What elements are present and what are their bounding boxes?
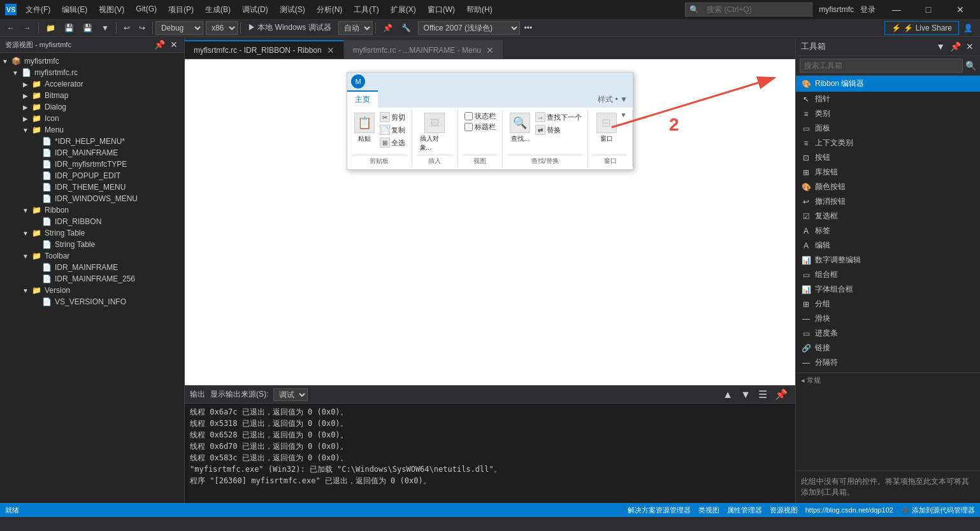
- output-down-btn[interactable]: ▼: [738, 388, 753, 400]
- ribbon-btn-find[interactable]: 🔍 查找...: [507, 111, 533, 145]
- status-solution-explorer[interactable]: 解决方案资源管理器: [628, 506, 691, 515]
- run-btn[interactable]: ▶ 本地 Windows 调试器: [243, 21, 336, 35]
- status-blog-link[interactable]: https://blog.csdn.net/dqp102: [805, 506, 893, 514]
- toolbox-item-pointer[interactable]: ↖指针: [796, 92, 980, 106]
- theme-more-btn[interactable]: •••: [520, 21, 537, 35]
- toolbox-item-label[interactable]: A标签: [796, 223, 980, 238]
- output-source-select[interactable]: 调试: [273, 388, 308, 401]
- toolbar-save-btn[interactable]: 💾: [60, 21, 78, 35]
- toolbar-undo-btn[interactable]: ↩: [119, 21, 134, 35]
- run-mode-dropdown[interactable]: 自动: [338, 21, 373, 35]
- output-up-btn[interactable]: ▲: [720, 388, 735, 400]
- menu-project[interactable]: 项目(P): [163, 3, 199, 17]
- sidebar-pin-btn[interactable]: 📌: [153, 39, 166, 50]
- toolbox-pin-btn[interactable]: 📌: [949, 41, 962, 52]
- sidebar-item-accelerator[interactable]: ▶📁Accelerator: [0, 78, 184, 90]
- menu-help[interactable]: 帮助(H): [461, 3, 498, 17]
- tab-close-tab1[interactable]: ✕: [327, 46, 335, 55]
- tab-tab1[interactable]: myfisrtmfc.rc - IDR_RIBBON - Ribbon✕: [185, 40, 344, 59]
- sidebar-item-idr_theme_menu[interactable]: 📄IDR_THEME_MENU: [0, 181, 184, 193]
- toolbox-item-undobutton[interactable]: ↩撤消按钮: [796, 194, 980, 209]
- ribbon-btn-window[interactable]: ⊟ 窗口: [594, 111, 619, 145]
- toolbar-more-btn[interactable]: ▼: [97, 21, 113, 35]
- toolbox-item-slider[interactable]: —滑块: [796, 311, 980, 326]
- menu-extensions[interactable]: 扩展(X): [386, 3, 421, 17]
- menu-view[interactable]: 视图(V): [94, 3, 129, 17]
- user-btn[interactable]: 👤: [959, 21, 977, 35]
- debug-config-dropdown[interactable]: Debug Release: [155, 21, 203, 35]
- status-ready[interactable]: 就绪: [5, 506, 19, 515]
- toolbox-item-fontcombobox[interactable]: 📊字体组合框: [796, 282, 980, 297]
- toolbox-item-numericedit[interactable]: 📊数字调整编辑: [796, 253, 980, 267]
- sidebar-item-idr_windows_menu[interactable]: 📄IDR_WINDOWS_MENU: [0, 193, 184, 204]
- toolbox-item-combobox[interactable]: ▭组合框: [796, 267, 980, 282]
- sidebar-item-root[interactable]: ▼📦myfisrtmfc: [0, 55, 184, 67]
- sidebar-item-string_table[interactable]: ▼📁String Table: [0, 227, 184, 239]
- sidebar-item-idr_mainframe_256[interactable]: 📄IDR_MAINFRAME_256: [0, 273, 184, 285]
- toolbox-item-category[interactable]: ≡类别: [796, 106, 980, 121]
- toolbox-item-colorbutton[interactable]: 🎨颜色按钮: [796, 180, 980, 194]
- toolbox-search-input[interactable]: [800, 59, 963, 73]
- status-property-manager[interactable]: 属性管理器: [727, 506, 762, 515]
- toolbox-item-button[interactable]: ⊡按钮: [796, 150, 980, 165]
- toolbox-section-general[interactable]: ◂ 常规: [796, 372, 980, 388]
- ribbon-tab-home[interactable]: 主页: [347, 90, 378, 108]
- toolbox-item-progressbar[interactable]: ▭进度条: [796, 326, 980, 341]
- sidebar-item-idr_myfisrtmfctype[interactable]: 📄IDR_myfisrtmfcTYPE: [0, 159, 184, 170]
- toolbar-redo-btn[interactable]: ↪: [134, 21, 150, 35]
- sidebar-item-idr_help_menu[interactable]: 📄*IDR_HELP_MENU*: [0, 136, 184, 147]
- toolbox-item-panel[interactable]: ▭面板: [796, 121, 980, 136]
- sidebar-item-dialog[interactable]: ▶📁Dialog: [0, 101, 184, 113]
- toolbox-close-btn[interactable]: ✕: [965, 41, 975, 52]
- tab-close-tab2[interactable]: ✕: [486, 46, 494, 55]
- toolbar-forward-btn[interactable]: →: [19, 21, 36, 35]
- sidebar-item-string_table_item[interactable]: 📄String Table: [0, 239, 184, 250]
- sidebar-item-idr_mainframe[interactable]: 📄IDR_MAINFRAME: [0, 147, 184, 159]
- output-clear-btn[interactable]: ☰: [756, 388, 770, 400]
- menu-file[interactable]: 文件(F): [20, 3, 55, 17]
- menu-tools[interactable]: 工具(T): [349, 3, 384, 17]
- liveshare-btn[interactable]: ⚡ ⚡ Live Share: [884, 21, 959, 35]
- toolbox-item-group[interactable]: ⊞分组: [796, 297, 980, 311]
- ribbon-btn-replace[interactable]: ⇄ 替换: [534, 124, 583, 136]
- menu-build[interactable]: 生成(B): [200, 3, 236, 17]
- status-add-source-control[interactable]: ➕ 添加到源代码管理器: [901, 506, 975, 515]
- ribbon-checkbox-statusbar[interactable]: 状态栏: [465, 111, 496, 121]
- sidebar-item-rc[interactable]: ▼📄myfisrtmfc.rc: [0, 67, 184, 78]
- toolbox-item-link[interactable]: 🔗链接: [796, 341, 980, 355]
- login-btn[interactable]: 登录: [860, 4, 876, 15]
- sidebar-item-toolbar[interactable]: ▼📁Toolbar: [0, 250, 184, 262]
- sidebar-item-ribbon[interactable]: ▼📁Ribbon: [0, 204, 184, 216]
- menu-debug[interactable]: 调试(D): [237, 3, 273, 17]
- attach-btn[interactable]: 🔧: [397, 21, 415, 35]
- toolbox-item-checkbutton[interactable]: ⊞库按钮: [796, 165, 980, 180]
- theme-dropdown[interactable]: Office 2007 (浅绿色): [418, 21, 520, 35]
- ribbon-btn-paste[interactable]: 📋 粘贴: [352, 111, 377, 145]
- sidebar-item-menu[interactable]: ▼📁Menu: [0, 124, 184, 136]
- sidebar-item-icon[interactable]: ▶📁Icon: [0, 113, 184, 124]
- toolbox-item-edit[interactable]: A编辑: [796, 238, 980, 253]
- sidebar-item-vs_version_info[interactable]: 📄VS_VERSION_INFO: [0, 296, 184, 308]
- minimize-btn[interactable]: —: [882, 0, 911, 19]
- toolbox-dropdown-btn[interactable]: ▼: [935, 41, 946, 52]
- statusbar-checkbox-input[interactable]: [465, 112, 473, 120]
- ribbon-btn-copy[interactable]: 📄 复制: [378, 124, 407, 136]
- toolbar-back-btn[interactable]: ←: [3, 21, 19, 35]
- sidebar-item-idr_ribbon[interactable]: 📄IDR_RIBBON: [0, 216, 184, 227]
- toolbox-item-checkbox[interactable]: ☑复选框: [796, 209, 980, 223]
- toolbar-newproject-btn[interactable]: 📁: [41, 21, 60, 35]
- ribbon-btn-insert-obj[interactable]: 🖼 插入对象...: [417, 111, 452, 153]
- ribbon-style-btn[interactable]: 样式 • ▼: [593, 92, 633, 108]
- close-btn[interactable]: ✕: [946, 0, 975, 19]
- devenv-btn[interactable]: 📌: [378, 21, 397, 35]
- toolbar-saveall-btn[interactable]: 💾: [78, 21, 97, 35]
- menu-git[interactable]: Git(G): [131, 3, 162, 17]
- status-class-view[interactable]: 类视图: [698, 506, 719, 515]
- titlebar-checkbox-input[interactable]: [465, 123, 473, 131]
- platform-dropdown[interactable]: x86 x64: [206, 21, 238, 35]
- output-pin-btn[interactable]: 📌: [772, 388, 790, 400]
- ribbon-btn-cut[interactable]: ✂ 剪切: [378, 111, 407, 123]
- ribbon-checkbox-titlebar[interactable]: 标题栏: [465, 122, 496, 132]
- ribbon-btn-selectall[interactable]: ⊞ 全选: [378, 137, 407, 148]
- sidebar-item-idr_mainframe_tb[interactable]: 📄IDR_MAINFRAME: [0, 262, 184, 273]
